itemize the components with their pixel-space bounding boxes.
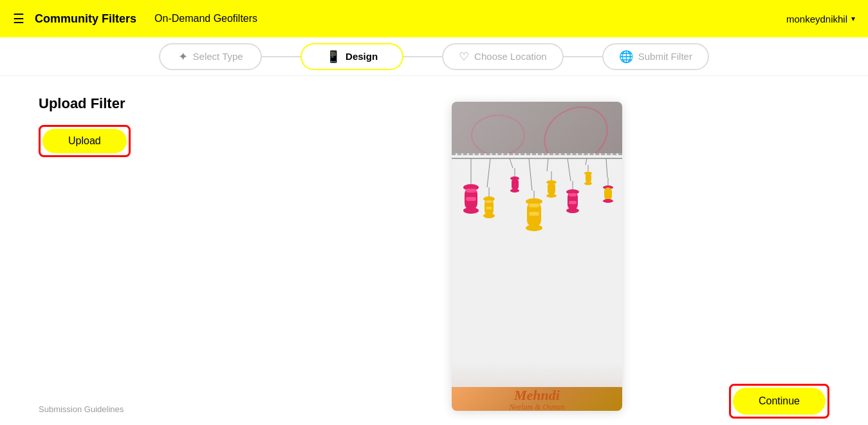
footer: Submission Guidelines: [39, 403, 124, 415]
submission-guidelines-link[interactable]: Submission Guidelines: [39, 404, 124, 414]
user-menu[interactable]: monkeydnikhil ▾: [786, 14, 855, 24]
svg-line-2: [487, 158, 490, 187]
continue-button[interactable]: Continue: [733, 388, 826, 415]
svg-line-7: [586, 158, 587, 165]
svg-rect-28: [529, 212, 539, 216]
step-connector-1: [262, 56, 300, 57]
username: monkeydnikhil: [786, 14, 847, 24]
couple-text: Neelam & Osman: [510, 402, 565, 411]
svg-rect-11: [466, 189, 476, 193]
svg-rect-38: [569, 201, 577, 204]
svg-rect-37: [569, 193, 577, 196]
app-title: Community Filters: [35, 12, 136, 26]
preview-section: Mehndi Neelam & Osman: [245, 95, 829, 406]
upload-title: Upload Filter: [39, 95, 245, 112]
svg-point-13: [463, 207, 479, 214]
svg-line-6: [568, 158, 571, 181]
step-design-label: Design: [346, 51, 378, 62]
bottom-banner: Mehndi Neelam & Osman: [452, 387, 622, 411]
svg-rect-46: [604, 187, 612, 200]
step-connector-2: [403, 56, 442, 57]
upload-button-wrapper: Upload: [39, 125, 131, 157]
svg-rect-18: [486, 207, 492, 209]
upload-button[interactable]: Upload: [42, 129, 127, 153]
lanterns-area: [452, 155, 622, 284]
app-subtitle: On-Demand Geofilters: [154, 13, 257, 24]
filter-preview: Mehndi Neelam & Osman: [452, 102, 622, 411]
svg-point-29: [526, 225, 542, 231]
svg-point-47: [603, 199, 613, 203]
phone-icon: 📱: [326, 50, 340, 64]
step-submit-filter-label: Submit Filter: [638, 51, 692, 62]
step-select-type-label: Select Type: [193, 51, 243, 62]
location-icon: ♡: [459, 50, 469, 64]
svg-line-4: [529, 158, 532, 191]
step-submit-filter[interactable]: 🌐 Submit Filter: [602, 43, 709, 70]
preview-bottom: Mehndi Neelam & Osman: [452, 361, 622, 411]
globe-icon: 🌐: [619, 50, 633, 64]
svg-rect-42: [586, 173, 591, 183]
svg-line-5: [547, 158, 548, 171]
svg-point-43: [584, 182, 592, 185]
svg-rect-12: [466, 197, 476, 201]
svg-rect-32: [548, 182, 555, 195]
step-design[interactable]: 📱 Design: [300, 43, 403, 70]
mehndi-text: Mehndi: [514, 388, 560, 402]
svg-line-8: [606, 158, 607, 178]
preview-middle: [452, 284, 622, 361]
continue-button-wrapper: Continue: [729, 384, 829, 419]
step-select-type[interactable]: ✦ Select Type: [159, 43, 262, 70]
svg-rect-17: [486, 200, 492, 203]
svg-point-33: [546, 194, 557, 198]
preview-top-decoration: [452, 102, 622, 153]
svg-point-19: [483, 213, 495, 218]
svg-rect-22: [512, 178, 519, 190]
hamburger-icon[interactable]: ☰: [13, 11, 24, 26]
step-choose-location-label: Choose Location: [474, 51, 547, 62]
upload-section: Upload Filter Upload: [39, 95, 245, 406]
step-choose-location[interactable]: ♡ Choose Location: [442, 43, 564, 70]
app-header: ☰ Community Filters On-Demand Geofilters…: [0, 0, 868, 37]
main-content: Upload Filter Upload: [0, 76, 868, 425]
wand-icon: ✦: [178, 50, 188, 64]
chevron-down-icon: ▾: [851, 14, 855, 23]
svg-point-39: [566, 208, 579, 213]
steps-bar: ✦ Select Type 📱 Design ♡ Choose Location…: [0, 37, 868, 76]
lanterns-svg: [452, 155, 622, 284]
svg-rect-27: [529, 203, 539, 207]
svg-line-3: [510, 158, 513, 168]
step-connector-3: [564, 56, 602, 57]
svg-point-23: [510, 189, 519, 193]
